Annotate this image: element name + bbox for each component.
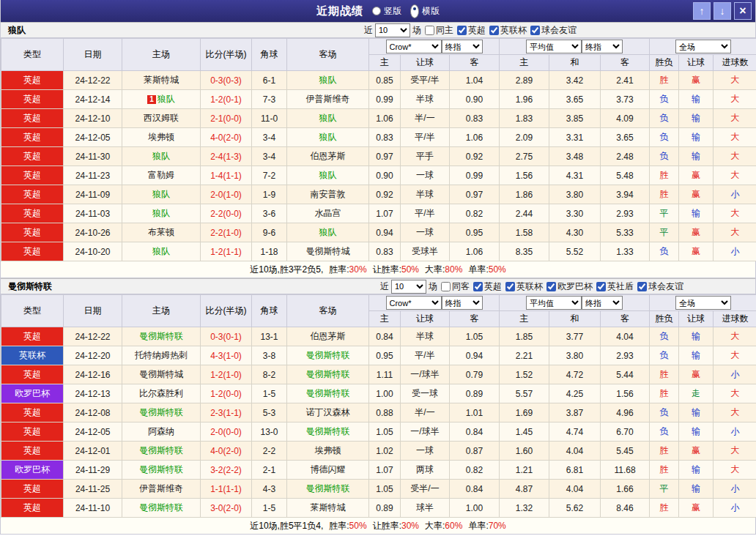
col-header: 日期 (64, 39, 122, 71)
handicap-result-cell: 输 (679, 327, 714, 346)
move-down-button[interactable]: ↓ (714, 2, 731, 20)
odds-value: 5.62 (549, 499, 601, 518)
filter-checkbox-epl[interactable] (457, 26, 467, 35)
home-team-name: 狼队 (152, 246, 170, 256)
league-badge: 英超 (1, 242, 64, 261)
corner-score: 1-18 (252, 242, 287, 261)
match-count-select[interactable]: 10 (391, 280, 426, 294)
goals-result-cell: 大 (714, 223, 756, 242)
league-badge: 英超 (1, 166, 64, 185)
col-header: 进球数 (714, 311, 756, 327)
filter-checkbox-epl[interactable] (473, 282, 483, 291)
league-badge: 英超 (1, 499, 64, 518)
result-cell: 胜 (650, 365, 679, 384)
goals-result-cell: 大 (714, 109, 756, 128)
odds-stage-select[interactable]: 终指 (442, 40, 483, 53)
filter-checkbox-europa[interactable] (546, 282, 556, 291)
avg-odds-select[interactable]: 平均值 (526, 40, 582, 53)
filter-efl-cup[interactable]: 英联杯 (489, 24, 527, 37)
odds-value: 1.56 (601, 384, 650, 403)
odds-value: 4.09 (601, 109, 650, 128)
odds-source-select[interactable]: Crow* (386, 296, 442, 310)
close-button[interactable]: × (734, 2, 752, 20)
handicap-result-cell: 赢 (679, 223, 714, 242)
odds-value: 5.45 (601, 442, 650, 461)
home-team: 狼队 (122, 242, 201, 261)
avg-stage-select[interactable]: 终指 (582, 296, 623, 310)
odds-value: 2.21 (500, 346, 549, 365)
match-row: 欧罗巴杯24-11-29曼彻斯特联3-2(2-2)2-1博德闪耀1.07两球0.… (1, 461, 756, 480)
result-cell: 平 (650, 480, 679, 499)
filter-club-friendly[interactable]: 球会友谊 (530, 24, 577, 37)
score: 4-0(2-0) (201, 442, 252, 461)
filter-checkbox-same-home[interactable] (425, 26, 434, 35)
handicap-result-cell: 输 (679, 346, 714, 365)
filter-europa[interactable]: 欧罗巴杯 (546, 280, 593, 293)
odds-value: 4.31 (549, 166, 601, 185)
filter-checkbox-same-away[interactable] (441, 282, 451, 291)
odds-value: 8.46 (601, 499, 650, 518)
move-up-button[interactable]: ↑ (693, 2, 711, 20)
filter-checkbox-community-shield[interactable] (596, 282, 606, 291)
section-header: 狼队近10场同主英超英联杯球会友谊 (1, 22, 755, 38)
filter-same-home[interactable]: 同主 (425, 24, 453, 37)
home-team: 西汉姆联 (122, 109, 201, 128)
odds-value: 5.57 (500, 384, 549, 403)
filter-checkbox-efl-cup[interactable] (489, 26, 499, 35)
avg-odds-select[interactable]: 平均值 (526, 296, 582, 310)
odds-value: 0.83 (369, 242, 401, 261)
radio-vertical[interactable]: 竖版 (372, 5, 401, 18)
result-cell: 平 (650, 223, 679, 242)
full-match-select[interactable]: 全场 (675, 40, 731, 53)
odds-value: 1.00 (450, 499, 500, 518)
filter-club-friendly[interactable]: 球会友谊 (637, 280, 683, 293)
result-cell: 负 (650, 109, 679, 128)
result-cell: 平 (650, 204, 679, 223)
full-match-group: 全场 (650, 295, 756, 311)
avg-stage-select[interactable]: 终指 (582, 40, 623, 53)
filter-checkbox-efl-cup[interactable] (505, 282, 515, 291)
match-count-select[interactable]: 10 (375, 23, 410, 37)
col-header: 胜负 (650, 55, 679, 71)
odds-value: 5.48 (601, 166, 650, 185)
filter-community-shield[interactable]: 英社盾 (596, 280, 634, 293)
home-team: 曼彻斯特联 (122, 327, 201, 346)
score: 2-2(0-0) (201, 204, 252, 223)
odds-value: 4.87 (500, 480, 549, 499)
filter-same-away[interactable]: 同客 (441, 280, 470, 293)
odds-value: 半球 (401, 90, 450, 109)
filter-epl[interactable]: 英超 (457, 24, 486, 37)
full-match-select[interactable]: 全场 (675, 296, 731, 310)
stat-label: 让胜率: (373, 520, 401, 532)
score: 2-1(0-0) (201, 109, 252, 128)
result-cell: 负 (650, 403, 679, 423)
filter-efl-cup[interactable]: 英联杯 (505, 280, 543, 293)
league-badge: 英超 (1, 480, 64, 499)
odds-value: 1.85 (500, 327, 549, 346)
odds-stage-select[interactable]: 终指 (442, 296, 483, 310)
result-cell: 负 (650, 128, 679, 147)
away-team-name: 狼队 (319, 227, 337, 237)
filter-epl[interactable]: 英超 (473, 280, 502, 293)
score: 1-1(1-1) (201, 480, 252, 499)
away-team: 水晶宫 (287, 204, 369, 223)
odds-value: 0.85 (369, 71, 401, 90)
filter-label: 同客 (452, 280, 470, 293)
odds-value: 1.45 (500, 423, 549, 442)
odds-value: 0.84 (369, 327, 401, 346)
col-header: 客场 (287, 295, 369, 327)
odds-value: 2.93 (601, 346, 650, 365)
odds-value: 半/一 (401, 109, 450, 128)
odds-source-select[interactable]: Crow* (386, 40, 442, 53)
away-team: 埃弗顿 (287, 442, 369, 461)
radio-horizontal[interactable]: 横版 (410, 4, 440, 18)
filter-checkbox-club-friendly[interactable] (530, 26, 540, 35)
odds-value: 1.83 (500, 109, 549, 128)
result-cell: 负 (650, 423, 679, 442)
odds-value: 1.06 (369, 109, 401, 128)
odds-value: 1.05 (450, 327, 500, 346)
odds-value: 4.74 (549, 423, 601, 442)
match-date: 24-10-26 (64, 223, 122, 242)
filter-checkbox-club-friendly[interactable] (637, 282, 647, 291)
odds-value: 一球 (401, 223, 450, 242)
